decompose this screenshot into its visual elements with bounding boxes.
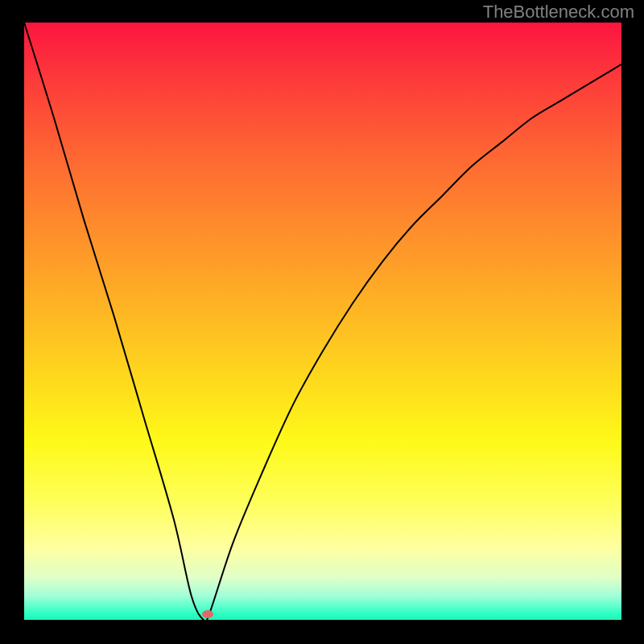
- minimum-marker: [202, 610, 213, 618]
- watermark-text: TheBottleneck.com: [483, 2, 634, 23]
- bottleneck-curve: [24, 23, 621, 620]
- plot-area: [24, 23, 621, 620]
